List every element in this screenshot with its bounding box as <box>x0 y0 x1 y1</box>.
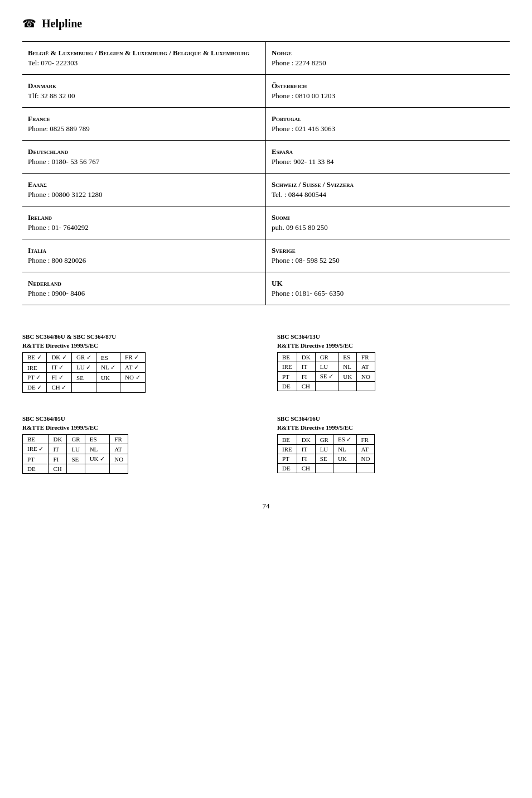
phone-number: Tlf: 32 88 32 00 <box>28 92 260 100</box>
table-cell: NL <box>85 444 110 454</box>
table-cell: UK ✓ <box>85 454 110 464</box>
table-cell: CH <box>297 382 315 391</box>
table-cell: DK <box>49 435 67 444</box>
table-cell: AT ✓ <box>120 363 146 373</box>
phone-number: Phone : 08- 598 52 250 <box>272 256 504 265</box>
page-title: Helpline <box>42 17 82 30</box>
helpline-cell: UKPhone : 0181- 665- 6350 <box>266 272 510 305</box>
table-cell: DK ✓ <box>47 353 72 363</box>
table-cell <box>356 464 375 473</box>
directive-label: R&TTE Directive 1999/5/EC <box>277 342 510 349</box>
table-cell <box>333 464 356 473</box>
table-cell: IRE <box>23 363 47 373</box>
table-cell: DK <box>297 353 315 362</box>
table-cell <box>85 464 110 474</box>
phone-icon: ☎ <box>22 17 36 30</box>
country-name: Sverige <box>272 246 504 255</box>
table-cell: FR <box>356 435 375 445</box>
table-cell: DE <box>278 464 297 473</box>
table-cell <box>315 464 333 473</box>
table-cell: IRE <box>278 445 297 454</box>
country-name: Suomi <box>272 213 504 222</box>
phone-number: Phone : 0900- 8406 <box>28 289 260 298</box>
bottom-section: SBC SC364/86U & SBC SC364/87UR&TTE Direc… <box>22 333 510 479</box>
table-cell: FI <box>49 454 67 464</box>
phone-number: Phone : 0181- 665- 6350 <box>272 289 504 298</box>
directive-label: R&TTE Directive 1999/5/EC <box>22 342 255 349</box>
table-cell: SE ✓ <box>315 372 338 382</box>
table-cell: FR ✓ <box>120 353 146 363</box>
table-cell <box>96 383 120 393</box>
phone-number: Tel: 070- 222303 <box>28 59 260 68</box>
table-cell: UK <box>338 372 357 382</box>
table-cell: PT ✓ <box>23 373 47 383</box>
table-cell <box>357 382 375 391</box>
country-name: Norge <box>272 49 504 57</box>
table-cell <box>67 464 85 474</box>
country-name: España <box>272 147 504 156</box>
helpline-cell: Suomipuh. 09 615 80 250 <box>266 206 510 239</box>
helpline-grid: België & Luxemburg / Belgien & Luxemburg… <box>22 41 510 305</box>
country-name: Nederland <box>28 279 260 288</box>
table-cell: SE <box>72 373 96 383</box>
table-cell: AT <box>356 445 375 454</box>
directive-block: SBC SC364/16UR&TTE Directive 1999/5/ECBE… <box>277 415 510 474</box>
country-name: Österreich <box>272 81 504 90</box>
country-name: Portugal <box>272 114 504 123</box>
table-cell: DK <box>297 435 315 445</box>
table-row: IREITLUNLAT <box>278 362 375 372</box>
table-cell: FR <box>110 435 128 444</box>
table-cell: LU <box>315 362 338 372</box>
table-cell: SE <box>315 454 333 464</box>
country-name: UK <box>272 279 504 288</box>
table-cell: AT <box>110 444 128 454</box>
block-title: SBC SC364/86U & SBC SC364/87U <box>22 333 255 340</box>
table-cell: ES <box>85 435 110 444</box>
table-cell <box>72 383 96 393</box>
table-cell: UK <box>96 373 120 383</box>
country-name: France <box>28 114 260 123</box>
table-cell: CH ✓ <box>47 383 72 393</box>
directive-label: R&TTE Directive 1999/5/EC <box>277 424 510 431</box>
table-cell: IT <box>49 444 67 454</box>
helpline-cell: ItaliaPhone : 800 820026 <box>22 239 266 272</box>
table-cell <box>110 464 128 474</box>
table-row: PT ✓FI ✓SEUKNO ✓ <box>23 373 146 383</box>
table-cell: GR ✓ <box>72 353 96 363</box>
table-cell: UK <box>333 454 356 464</box>
page-number: 74 <box>22 502 510 511</box>
table-cell: GR <box>67 435 85 444</box>
helpline-cell: Schweiz / Suisse / SvizzeraTel. : 0844 8… <box>266 174 510 206</box>
table-cell: IRE ✓ <box>23 444 49 454</box>
table-row: PTFISEUKNO <box>278 454 375 464</box>
phone-number: Phone: 902- 11 33 84 <box>272 157 504 166</box>
phone-number: Phone : 01- 7640292 <box>28 223 260 232</box>
phone-number: Phone : 0810 00 1203 <box>272 92 504 100</box>
country-name: Ελλάς <box>28 180 260 189</box>
table-cell: NL ✓ <box>96 363 120 373</box>
table-cell: DE <box>23 464 49 474</box>
table-cell: IT <box>297 445 315 454</box>
directive-table: BEDKGRES ✓FRIREITLUNLATPTFISEUKNODECH <box>277 434 375 473</box>
table-row: DECH <box>23 464 128 474</box>
directive-block: SBC SC364/13UR&TTE Directive 1999/5/ECBE… <box>277 333 510 393</box>
directive-block: SBC SC364/86U & SBC SC364/87UR&TTE Direc… <box>22 333 255 393</box>
table-row: BE ✓DK ✓GR ✓ESFR ✓ <box>23 353 146 363</box>
table-cell: ES ✓ <box>333 435 356 445</box>
table-cell: PT <box>23 454 49 464</box>
country-name: Danmark <box>28 81 260 90</box>
table-cell: BE <box>278 435 297 445</box>
phone-number: Phone : 00800 3122 1280 <box>28 190 260 199</box>
table-cell: PT <box>278 372 297 382</box>
table-cell: ES <box>338 353 357 362</box>
table-cell: NO <box>110 454 128 464</box>
table-row: IREIT ✓LU ✓NL ✓AT ✓ <box>23 363 146 373</box>
table-cell: GR <box>315 435 333 445</box>
table-cell: LU <box>315 445 333 454</box>
table-cell: PT <box>278 454 297 464</box>
directive-block: SBC SC364/05UR&TTE Directive 1999/5/ECBE… <box>22 415 255 474</box>
helpline-cell: EspañaPhone: 902- 11 33 84 <box>266 141 510 174</box>
table-row: DECH <box>278 464 375 473</box>
directive-table: BEDKGRESFRIREITLUNLATPTFISE ✓UKNODECH <box>277 352 375 391</box>
phone-number: Phone: 0825 889 789 <box>28 124 260 133</box>
